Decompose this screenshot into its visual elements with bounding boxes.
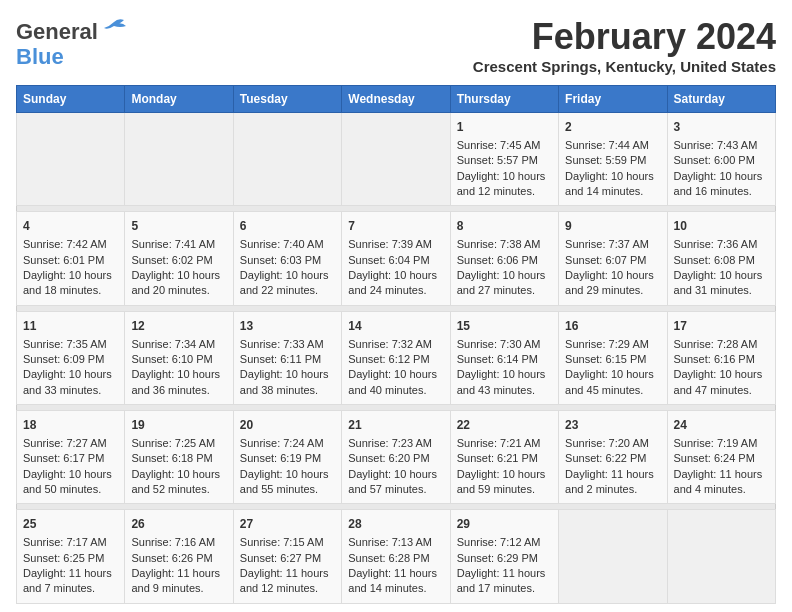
- day-content-line: Sunset: 6:27 PM: [240, 551, 335, 566]
- week-row-3: 11Sunrise: 7:35 AMSunset: 6:09 PMDayligh…: [17, 311, 776, 404]
- calendar-cell-week5-day1: 26Sunrise: 7:16 AMSunset: 6:26 PMDayligh…: [125, 510, 233, 603]
- day-content-line: and 22 minutes.: [240, 283, 335, 298]
- calendar-table: Sunday Monday Tuesday Wednesday Thursday…: [16, 85, 776, 604]
- day-content-line: Daylight: 11 hours: [457, 566, 552, 581]
- day-number: 19: [131, 417, 226, 434]
- month-year-title: February 2024: [473, 16, 776, 58]
- week-row-2: 4Sunrise: 7:42 AMSunset: 6:01 PMDaylight…: [17, 212, 776, 305]
- calendar-cell-week2-day1: 5Sunrise: 7:41 AMSunset: 6:02 PMDaylight…: [125, 212, 233, 305]
- header-friday: Friday: [559, 86, 667, 113]
- day-content-line: Sunset: 6:14 PM: [457, 352, 552, 367]
- day-content-line: Sunset: 6:26 PM: [131, 551, 226, 566]
- day-content-line: Sunset: 6:04 PM: [348, 253, 443, 268]
- calendar-cell-week2-day2: 6Sunrise: 7:40 AMSunset: 6:03 PMDaylight…: [233, 212, 341, 305]
- day-content-line: and 20 minutes.: [131, 283, 226, 298]
- day-content-line: Sunrise: 7:34 AM: [131, 337, 226, 352]
- day-content-line: Sunrise: 7:23 AM: [348, 436, 443, 451]
- day-content-line: and 59 minutes.: [457, 482, 552, 497]
- calendar-cell-week1-day3: [342, 113, 450, 206]
- location-subtitle: Crescent Springs, Kentucky, United State…: [473, 58, 776, 75]
- day-content-line: and 50 minutes.: [23, 482, 118, 497]
- day-content-line: Sunrise: 7:12 AM: [457, 535, 552, 550]
- day-content-line: and 47 minutes.: [674, 383, 769, 398]
- day-number: 9: [565, 218, 660, 235]
- day-content-line: Sunset: 6:02 PM: [131, 253, 226, 268]
- header-thursday: Thursday: [450, 86, 558, 113]
- day-number: 27: [240, 516, 335, 533]
- calendar-cell-week4-day1: 19Sunrise: 7:25 AMSunset: 6:18 PMDayligh…: [125, 411, 233, 504]
- day-number: 23: [565, 417, 660, 434]
- day-content-line: Sunrise: 7:30 AM: [457, 337, 552, 352]
- day-content-line: Daylight: 10 hours: [240, 367, 335, 382]
- day-content-line: Daylight: 10 hours: [457, 169, 552, 184]
- day-content-line: Sunrise: 7:32 AM: [348, 337, 443, 352]
- day-content-line: Sunrise: 7:28 AM: [674, 337, 769, 352]
- day-number: 15: [457, 318, 552, 335]
- day-content-line: Sunset: 6:03 PM: [240, 253, 335, 268]
- day-content-line: Sunrise: 7:41 AM: [131, 237, 226, 252]
- day-number: 10: [674, 218, 769, 235]
- day-content-line: Sunrise: 7:45 AM: [457, 138, 552, 153]
- day-content-line: and 55 minutes.: [240, 482, 335, 497]
- day-content-line: Daylight: 11 hours: [348, 566, 443, 581]
- day-content-line: Sunrise: 7:44 AM: [565, 138, 660, 153]
- header-monday: Monday: [125, 86, 233, 113]
- calendar-cell-week5-day0: 25Sunrise: 7:17 AMSunset: 6:25 PMDayligh…: [17, 510, 125, 603]
- day-content-line: and 12 minutes.: [457, 184, 552, 199]
- day-content-line: Sunset: 6:17 PM: [23, 451, 118, 466]
- calendar-cell-week3-day3: 14Sunrise: 7:32 AMSunset: 6:12 PMDayligh…: [342, 311, 450, 404]
- calendar-cell-week1-day1: [125, 113, 233, 206]
- day-number: 4: [23, 218, 118, 235]
- day-number: 22: [457, 417, 552, 434]
- calendar-cell-week5-day2: 27Sunrise: 7:15 AMSunset: 6:27 PMDayligh…: [233, 510, 341, 603]
- day-content-line: Sunrise: 7:21 AM: [457, 436, 552, 451]
- day-content-line: and 7 minutes.: [23, 581, 118, 596]
- day-content-line: Daylight: 10 hours: [565, 169, 660, 184]
- header-wednesday: Wednesday: [342, 86, 450, 113]
- logo: General Blue: [16, 16, 128, 70]
- calendar-cell-week1-day6: 3Sunrise: 7:43 AMSunset: 6:00 PMDaylight…: [667, 113, 775, 206]
- logo-bird-icon: [100, 16, 128, 48]
- day-content-line: and 43 minutes.: [457, 383, 552, 398]
- day-content-line: Sunset: 6:09 PM: [23, 352, 118, 367]
- day-content-line: Sunset: 6:12 PM: [348, 352, 443, 367]
- day-content-line: and 14 minutes.: [565, 184, 660, 199]
- week-row-1: 1Sunrise: 7:45 AMSunset: 5:57 PMDaylight…: [17, 113, 776, 206]
- day-content-line: Sunset: 6:20 PM: [348, 451, 443, 466]
- day-content-line: Sunrise: 7:33 AM: [240, 337, 335, 352]
- week-row-4: 18Sunrise: 7:27 AMSunset: 6:17 PMDayligh…: [17, 411, 776, 504]
- calendar-cell-week2-day3: 7Sunrise: 7:39 AMSunset: 6:04 PMDaylight…: [342, 212, 450, 305]
- calendar-cell-week1-day5: 2Sunrise: 7:44 AMSunset: 5:59 PMDaylight…: [559, 113, 667, 206]
- day-content-line: Sunrise: 7:13 AM: [348, 535, 443, 550]
- day-content-line: Sunrise: 7:35 AM: [23, 337, 118, 352]
- day-content-line: Sunrise: 7:15 AM: [240, 535, 335, 550]
- day-number: 18: [23, 417, 118, 434]
- day-content-line: Sunrise: 7:25 AM: [131, 436, 226, 451]
- calendar-cell-week2-day5: 9Sunrise: 7:37 AMSunset: 6:07 PMDaylight…: [559, 212, 667, 305]
- day-content-line: Daylight: 10 hours: [23, 268, 118, 283]
- day-number: 17: [674, 318, 769, 335]
- day-content-line: and 45 minutes.: [565, 383, 660, 398]
- day-content-line: Sunrise: 7:38 AM: [457, 237, 552, 252]
- calendar-cell-week3-day1: 12Sunrise: 7:34 AMSunset: 6:10 PMDayligh…: [125, 311, 233, 404]
- calendar-cell-week4-day5: 23Sunrise: 7:20 AMSunset: 6:22 PMDayligh…: [559, 411, 667, 504]
- day-number: 6: [240, 218, 335, 235]
- day-content-line: Sunset: 6:01 PM: [23, 253, 118, 268]
- calendar-cell-week2-day0: 4Sunrise: 7:42 AMSunset: 6:01 PMDaylight…: [17, 212, 125, 305]
- calendar-cell-week3-day6: 17Sunrise: 7:28 AMSunset: 6:16 PMDayligh…: [667, 311, 775, 404]
- day-content-line: Sunset: 6:19 PM: [240, 451, 335, 466]
- day-content-line: Sunrise: 7:29 AM: [565, 337, 660, 352]
- calendar-cell-week3-day5: 16Sunrise: 7:29 AMSunset: 6:15 PMDayligh…: [559, 311, 667, 404]
- day-content-line: Sunrise: 7:27 AM: [23, 436, 118, 451]
- day-content-line: and 29 minutes.: [565, 283, 660, 298]
- day-number: 14: [348, 318, 443, 335]
- calendar-cell-week3-day0: 11Sunrise: 7:35 AMSunset: 6:09 PMDayligh…: [17, 311, 125, 404]
- day-content-line: Daylight: 10 hours: [131, 467, 226, 482]
- day-content-line: Sunset: 6:00 PM: [674, 153, 769, 168]
- day-number: 1: [457, 119, 552, 136]
- day-number: 24: [674, 417, 769, 434]
- week-row-5: 25Sunrise: 7:17 AMSunset: 6:25 PMDayligh…: [17, 510, 776, 603]
- day-content-line: and 14 minutes.: [348, 581, 443, 596]
- day-content-line: and 17 minutes.: [457, 581, 552, 596]
- day-number: 26: [131, 516, 226, 533]
